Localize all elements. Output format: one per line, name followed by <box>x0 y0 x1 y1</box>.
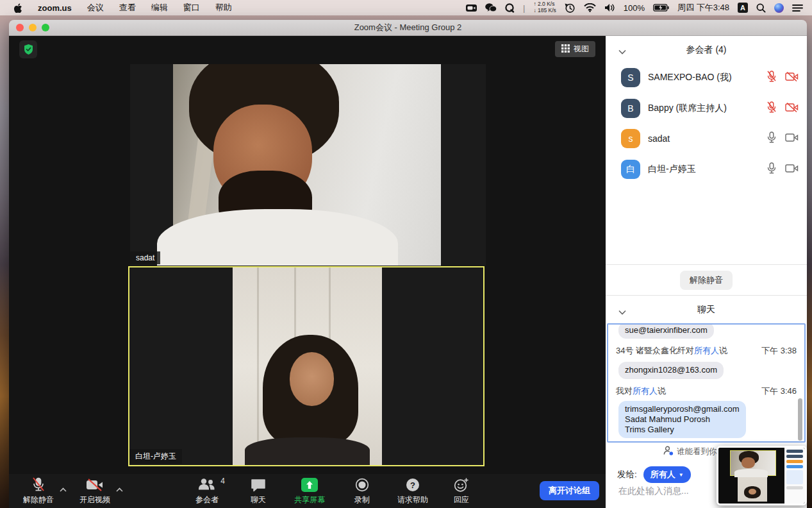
mic-muted-icon <box>766 101 777 115</box>
input-method-badge[interactable]: A <box>738 3 748 13</box>
zoom-meeting-window: Zoom会议 - Meeting Group 2 视图 <box>9 20 807 508</box>
camera-off-icon <box>785 72 799 83</box>
wifi-icon[interactable] <box>584 3 596 12</box>
ask-for-help-button[interactable]: ? 请求帮助 <box>397 477 428 505</box>
window-title: Zoom会议 - Meeting Group 2 <box>354 22 462 33</box>
meeting-sidebar: 参会者 (4) S SAMEXPO-BAO (我) B Bappy (联席主持人… <box>606 36 807 508</box>
q-app-status-icon[interactable] <box>505 3 515 13</box>
share-screen-icon <box>301 477 318 493</box>
avatar: 白 <box>621 160 640 179</box>
start-video-button[interactable]: 开启视频 <box>79 477 110 505</box>
battery-icon <box>653 4 669 12</box>
close-window-button[interactable] <box>16 24 24 31</box>
toolbar-button-label: 请求帮助 <box>397 495 428 505</box>
participant-row[interactable]: 白 白坦-卢婷玉 <box>606 155 807 184</box>
mic-on-icon <box>766 131 777 146</box>
video-name-label: 白坦-卢婷玉 <box>129 449 182 464</box>
thumbnail-tile-second <box>738 477 767 502</box>
participants-icon: 4 <box>197 477 217 493</box>
thumbnail-sidebar <box>784 448 805 504</box>
menu-item-meeting[interactable]: 会议 <box>87 2 104 13</box>
svg-text:?: ? <box>410 480 415 490</box>
mic-muted-icon <box>766 71 777 85</box>
chat-audience-link[interactable]: 所有人 <box>694 346 719 355</box>
self-view-thumbnail[interactable] <box>717 446 807 505</box>
chat-button[interactable]: 聊天 <box>251 477 266 505</box>
share-screen-button[interactable]: 共享屏幕 <box>294 477 325 505</box>
thumbnail-tile-active <box>730 450 776 476</box>
chat-message-meta: 34号 诸暨众鑫化纤对所有人说 下午 3:38 <box>616 345 797 357</box>
chat-sender: 我 <box>616 386 624 396</box>
apple-menu-icon[interactable] <box>14 3 22 13</box>
toolbar-button-label: 开启视频 <box>79 495 110 505</box>
chat-message-meta: 我对所有人说 下午 3:46 <box>616 385 797 397</box>
chat-panel-title: 聊天 <box>697 304 715 314</box>
chat-message-list[interactable]: sue@taierxinfiber.com 34号 诸暨众鑫化纤对所有人说 下午… <box>607 323 806 443</box>
network-speed-readout[interactable]: ↑ 2.0 K/s ↓ 185 K/s <box>533 1 556 14</box>
participants-count-badge: 4 <box>220 477 225 486</box>
send-to-selector[interactable]: 所有人 ▼ <box>643 466 691 483</box>
camera-on-icon <box>785 164 799 175</box>
participants-panel-title: 参会者 (4) <box>686 44 727 55</box>
chat-scrollbar[interactable] <box>798 398 802 441</box>
sidebar-unmute-button[interactable]: 解除静音 <box>680 271 733 290</box>
view-button-label: 视图 <box>574 44 589 55</box>
avatar: S <box>621 68 640 87</box>
chat-message-bubble-selected: trimsgalleryporosh@gmail.com Sadat Mahmu… <box>618 401 746 439</box>
participant-row[interactable]: s sadat <box>606 124 807 153</box>
grid-view-icon <box>561 44 570 55</box>
leave-breakout-button[interactable]: 离开讨论组 <box>540 481 599 500</box>
browser-globe-icon[interactable] <box>774 3 784 13</box>
participant-name: Bappy (联席主持人) <box>648 103 766 114</box>
menu-item-help[interactable]: 帮助 <box>215 2 232 13</box>
collapse-participants-chevron-icon[interactable] <box>618 46 626 56</box>
record-button[interactable]: 录制 <box>354 477 370 505</box>
toolbar-button-label: 回应 <box>454 495 469 505</box>
chat-message-bubble: zhongxin1028@163.com <box>618 362 724 378</box>
participant-row[interactable]: B Bappy (联席主持人) <box>606 94 807 123</box>
chat-bubble-icon <box>251 477 266 493</box>
video-tile-sadat[interactable]: sadat <box>130 64 486 266</box>
desktop: zoom.us 会议 查看 编辑 窗口 帮助 | ↑ 2.0 K/s ↓ 185… <box>0 0 812 508</box>
unmute-button[interactable]: 解除静音 <box>23 477 54 505</box>
mic-options-chevron[interactable] <box>60 485 67 494</box>
wechat-status-icon[interactable] <box>485 3 497 12</box>
camera-off-icon <box>86 477 104 493</box>
caret-down-icon: ▼ <box>679 472 684 478</box>
divider <box>606 295 807 296</box>
privacy-person-icon <box>663 446 674 457</box>
who-can-see-hint: 谁能看到你 <box>663 446 717 457</box>
participant-row[interactable]: S SAMEXPO-BAO (我) <box>606 63 807 92</box>
menu-item-view[interactable]: 查看 <box>119 2 136 13</box>
window-title-bar: Zoom会议 - Meeting Group 2 <box>9 20 807 36</box>
reactions-button[interactable]: 回应 <box>454 477 469 505</box>
video-options-chevron[interactable] <box>116 485 123 494</box>
thumbnail-video-area <box>718 448 784 504</box>
menu-item-edit[interactable]: 编辑 <box>151 2 168 13</box>
volume-icon[interactable] <box>604 3 615 12</box>
battery-percent[interactable]: 100% <box>624 3 645 13</box>
video-tile-active-speaker[interactable]: 白坦-卢婷玉 <box>128 266 485 466</box>
divider <box>606 264 807 265</box>
chat-audience-link[interactable]: 所有人 <box>633 386 658 396</box>
menu-list-icon[interactable] <box>792 4 803 12</box>
record-icon <box>355 477 369 493</box>
zoom-app-status-icon[interactable] <box>466 4 477 12</box>
time-machine-icon[interactable] <box>565 3 576 13</box>
menu-item-window[interactable]: 窗口 <box>183 2 200 13</box>
security-shield-button[interactable] <box>19 40 37 58</box>
participants-button[interactable]: 4 参会者 <box>195 477 219 505</box>
collapse-chat-chevron-icon[interactable] <box>618 307 626 317</box>
mic-on-icon <box>766 162 777 176</box>
zoom-window-button[interactable] <box>42 24 49 31</box>
chat-timestamp: 下午 3:46 <box>761 385 797 397</box>
toolbar-button-label: 录制 <box>354 495 370 505</box>
minimize-window-button[interactable] <box>29 24 37 31</box>
macos-menu-bar: zoom.us 会议 查看 编辑 窗口 帮助 | ↑ 2.0 K/s ↓ 185… <box>0 0 812 15</box>
menu-datetime[interactable]: 周四 下午3:48 <box>677 2 729 13</box>
spotlight-search-icon[interactable] <box>756 3 766 13</box>
menu-app-name[interactable]: zoom.us <box>38 3 72 13</box>
view-button[interactable]: 视图 <box>555 41 595 57</box>
window-controls <box>16 24 49 31</box>
help-icon: ? <box>406 477 420 493</box>
